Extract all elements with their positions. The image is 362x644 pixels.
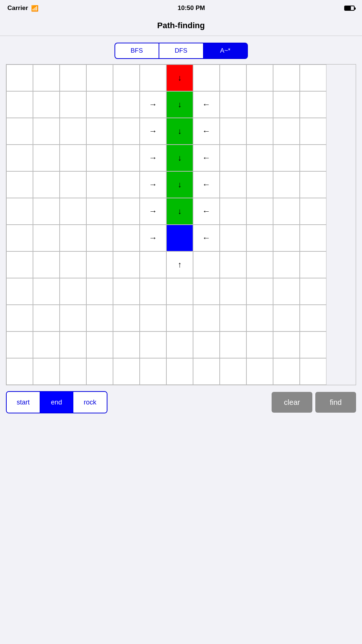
grid-cell[interactable]: → xyxy=(140,118,166,145)
grid-cell[interactable] xyxy=(220,331,246,358)
grid-cell[interactable] xyxy=(140,65,166,91)
grid-cell[interactable] xyxy=(86,118,113,145)
mode-start-button[interactable]: start xyxy=(7,392,40,413)
grid-cell[interactable] xyxy=(60,305,86,331)
grid-cell[interactable] xyxy=(300,278,326,305)
grid-cell[interactable] xyxy=(193,358,220,385)
algo-astar-button[interactable]: A~* xyxy=(203,43,248,59)
grid-cell[interactable] xyxy=(246,145,273,171)
grid-cell[interactable] xyxy=(86,331,113,358)
grid-cell[interactable] xyxy=(300,118,326,145)
grid-cell[interactable] xyxy=(6,118,33,145)
grid-cell[interactable] xyxy=(300,251,326,278)
grid-cell[interactable] xyxy=(220,305,246,331)
grid-cell[interactable]: ← xyxy=(193,118,220,145)
grid-cell[interactable] xyxy=(33,171,60,198)
grid-cell[interactable] xyxy=(60,91,86,118)
grid-cell[interactable] xyxy=(273,198,300,225)
mode-end-button[interactable]: end xyxy=(40,392,73,413)
grid-cell[interactable]: → xyxy=(140,145,166,171)
grid-cell[interactable] xyxy=(86,278,113,305)
grid-cell[interactable] xyxy=(33,118,60,145)
grid-cell[interactable] xyxy=(273,65,300,91)
grid-cell[interactable] xyxy=(300,198,326,225)
grid-cell[interactable] xyxy=(246,331,273,358)
algo-bfs-button[interactable]: BFS xyxy=(114,43,159,59)
grid-cell[interactable] xyxy=(113,251,140,278)
grid-cell[interactable] xyxy=(33,65,60,91)
grid-cell[interactable] xyxy=(6,305,33,331)
grid-cell[interactable] xyxy=(140,305,166,331)
grid-cell[interactable] xyxy=(33,91,60,118)
grid-cell[interactable] xyxy=(166,278,193,305)
grid-cell[interactable] xyxy=(6,331,33,358)
grid-cell[interactable] xyxy=(60,65,86,91)
grid-cell[interactable] xyxy=(6,225,33,251)
grid-cell[interactable] xyxy=(6,91,33,118)
grid-cell[interactable] xyxy=(193,65,220,91)
grid-cell[interactable] xyxy=(273,225,300,251)
grid-cell[interactable] xyxy=(273,331,300,358)
grid-cell[interactable] xyxy=(220,91,246,118)
grid-cell[interactable]: → xyxy=(140,225,166,251)
grid-cell[interactable] xyxy=(166,305,193,331)
grid-cell[interactable] xyxy=(246,278,273,305)
grid-cell[interactable]: ↑ xyxy=(166,251,193,278)
grid-cell[interactable] xyxy=(113,305,140,331)
grid-cell[interactable]: ← xyxy=(193,145,220,171)
grid-cell[interactable] xyxy=(33,278,60,305)
grid-cell[interactable] xyxy=(113,278,140,305)
grid-cell[interactable] xyxy=(246,358,273,385)
grid-cell[interactable] xyxy=(113,171,140,198)
grid-cell[interactable] xyxy=(273,171,300,198)
grid-cell[interactable] xyxy=(60,331,86,358)
grid-cell[interactable] xyxy=(113,331,140,358)
grid-cell[interactable] xyxy=(246,198,273,225)
grid-cell[interactable] xyxy=(60,225,86,251)
grid-cell[interactable] xyxy=(113,91,140,118)
grid-cell[interactable] xyxy=(33,305,60,331)
grid-cell[interactable] xyxy=(273,305,300,331)
grid-cell[interactable] xyxy=(220,225,246,251)
grid-cell[interactable] xyxy=(273,118,300,145)
grid-cell[interactable] xyxy=(6,171,33,198)
grid-cell[interactable] xyxy=(6,278,33,305)
grid-cell[interactable] xyxy=(113,145,140,171)
grid-cell[interactable] xyxy=(220,118,246,145)
grid-cell[interactable] xyxy=(60,198,86,225)
grid-cell[interactable]: ↓ xyxy=(166,198,193,225)
grid-cell[interactable] xyxy=(86,198,113,225)
grid-cell[interactable]: ↓ xyxy=(166,118,193,145)
grid-cell[interactable]: ← xyxy=(193,91,220,118)
grid-cell[interactable] xyxy=(166,331,193,358)
clear-button[interactable]: clear xyxy=(272,392,312,413)
grid-cell[interactable] xyxy=(220,251,246,278)
grid-cell[interactable] xyxy=(33,225,60,251)
grid-cell[interactable] xyxy=(33,198,60,225)
grid-cell[interactable] xyxy=(113,65,140,91)
grid-cell[interactable] xyxy=(300,65,326,91)
grid-cell[interactable] xyxy=(33,331,60,358)
grid-cell[interactable] xyxy=(6,358,33,385)
grid-cell[interactable] xyxy=(86,358,113,385)
algo-dfs-button[interactable]: DFS xyxy=(159,43,203,59)
grid-cell[interactable] xyxy=(60,358,86,385)
grid-cell[interactable] xyxy=(86,171,113,198)
grid-cell[interactable] xyxy=(246,171,273,198)
grid-cell[interactable] xyxy=(86,225,113,251)
grid-cell[interactable] xyxy=(60,145,86,171)
grid-cell[interactable] xyxy=(60,171,86,198)
grid-cell[interactable] xyxy=(273,91,300,118)
grid-cell[interactable] xyxy=(140,251,166,278)
grid-cell[interactable] xyxy=(220,171,246,198)
grid-cell[interactable] xyxy=(246,118,273,145)
grid-cell[interactable] xyxy=(220,278,246,305)
grid-cell[interactable] xyxy=(246,65,273,91)
grid-cell[interactable] xyxy=(273,145,300,171)
grid-cell[interactable] xyxy=(300,305,326,331)
grid-cell[interactable] xyxy=(86,305,113,331)
grid-cell[interactable] xyxy=(193,331,220,358)
grid-cell[interactable]: ↓ xyxy=(166,145,193,171)
grid-cell[interactable]: ← xyxy=(193,171,220,198)
grid-cell[interactable] xyxy=(300,91,326,118)
